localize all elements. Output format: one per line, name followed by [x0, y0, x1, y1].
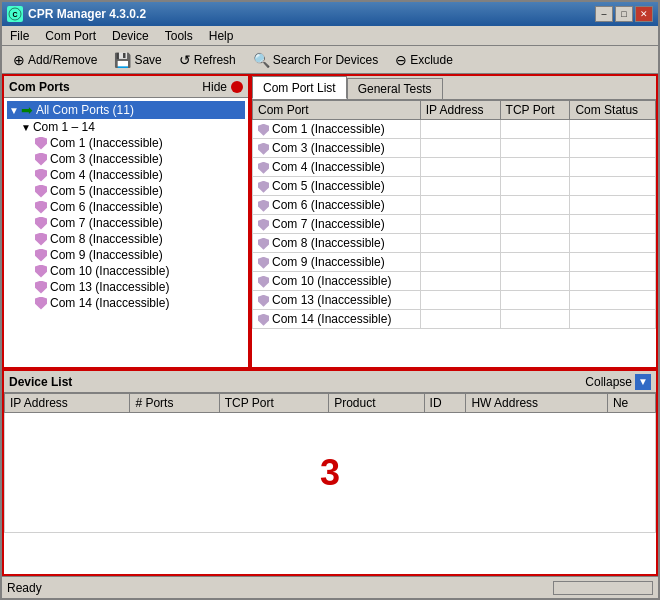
collapse-button[interactable]: Collapse ▼ — [585, 374, 651, 390]
refresh-button[interactable]: ↺ Refresh — [173, 49, 242, 71]
tree-item-label-7: Com 9 (Inaccessible) — [50, 248, 163, 262]
tree-row-item-4[interactable]: Com 6 (Inaccessible) — [7, 199, 245, 215]
shield-icon-row-5 — [258, 219, 269, 231]
top-panels: Com Ports Hide ▼ ➡ — [2, 74, 658, 369]
tree-row-item-2[interactable]: Com 4 (Inaccessible) — [7, 167, 245, 183]
menu-device[interactable]: Device — [109, 28, 152, 44]
device-table-container[interactable]: IP Address # Ports TCP Port Product ID H… — [4, 393, 656, 574]
tree-row-item-3[interactable]: Com 5 (Inaccessible) — [7, 183, 245, 199]
tree-row-item-8[interactable]: Com 10 (Inaccessible) — [7, 263, 245, 279]
exclude-button[interactable]: ⊖ Exclude — [389, 49, 459, 71]
expand-arrow-group[interactable]: ▼ — [21, 122, 31, 133]
com-port-list-panel: Com Port List General Tests Com Port IP … — [250, 74, 658, 369]
menu-tools[interactable]: Tools — [162, 28, 196, 44]
app-icon: C — [7, 6, 23, 22]
tree-row-all-com-ports[interactable]: ▼ ➡ All Com Ports (11) — [7, 101, 245, 119]
tree-row-group[interactable]: ▼ Com 1 – 14 — [7, 119, 245, 135]
shield-icon-8 — [35, 265, 47, 278]
tree-item-label-2: Com 4 (Inaccessible) — [50, 168, 163, 182]
save-icon: 💾 — [114, 52, 131, 68]
device-list-header: Device List Collapse ▼ — [4, 371, 656, 393]
tree-row-item-0[interactable]: Com 1 (Inaccessible) — [7, 135, 245, 151]
save-button[interactable]: 💾 Save — [108, 49, 167, 71]
minimize-button[interactable]: – — [595, 6, 613, 22]
shield-icon-row-1 — [258, 143, 269, 155]
main-window: C CPR Manager 4.3.0.2 – □ ✕ File Com Por… — [0, 0, 660, 600]
com-ports-header: Com Ports Hide — [4, 76, 248, 98]
tree-item-label-1: Com 3 (Inaccessible) — [50, 152, 163, 166]
table-row-6[interactable]: Com 8 (Inaccessible) — [253, 234, 656, 253]
device-empty-row: 3 — [5, 413, 656, 533]
table-cell-4-3 — [570, 196, 656, 215]
menu-file[interactable]: File — [7, 28, 32, 44]
table-row-8[interactable]: Com 10 (Inaccessible) — [253, 272, 656, 291]
title-bar: C CPR Manager 4.3.0.2 – □ ✕ — [2, 2, 658, 26]
status-progress-bar — [553, 581, 653, 595]
shield-icon-9 — [35, 281, 47, 294]
table-row-3[interactable]: Com 5 (Inaccessible) — [253, 177, 656, 196]
tree-row-item-5[interactable]: Com 7 (Inaccessible) — [7, 215, 245, 231]
table-row-2[interactable]: Com 4 (Inaccessible) — [253, 158, 656, 177]
table-cell-9-3 — [570, 291, 656, 310]
tree-row-item-6[interactable]: Com 8 (Inaccessible) — [7, 231, 245, 247]
tree-item-label-3: Com 5 (Inaccessible) — [50, 184, 163, 198]
col-com-status: Com Status — [570, 101, 656, 120]
table-cell-10-0: Com 14 (Inaccessible) — [253, 310, 421, 329]
close-button[interactable]: ✕ — [635, 6, 653, 22]
device-table: IP Address # Ports TCP Port Product ID H… — [4, 393, 656, 533]
tree-item-label-6: Com 8 (Inaccessible) — [50, 232, 163, 246]
col-id: ID — [424, 394, 466, 413]
hide-button[interactable]: Hide — [202, 80, 227, 94]
table-cell-7-1 — [420, 253, 500, 272]
title-bar-controls: – □ ✕ — [595, 6, 653, 22]
table-cell-4-2 — [500, 196, 570, 215]
col-ne: Ne — [607, 394, 655, 413]
window-title: CPR Manager 4.3.0.2 — [28, 7, 146, 21]
table-cell-9-2 — [500, 291, 570, 310]
col-tcp-port: TCP Port — [500, 101, 570, 120]
device-tbody: 3 — [5, 413, 656, 533]
maximize-button[interactable]: □ — [615, 6, 633, 22]
table-cell-5-1 — [420, 215, 500, 234]
shield-icon-1 — [35, 153, 47, 166]
table-row-10[interactable]: Com 14 (Inaccessible) — [253, 310, 656, 329]
table-row-7[interactable]: Com 9 (Inaccessible) — [253, 253, 656, 272]
table-cell-2-3 — [570, 158, 656, 177]
col-com-port: Com Port — [253, 101, 421, 120]
table-row-4[interactable]: Com 6 (Inaccessible) — [253, 196, 656, 215]
tree-item-label-5: Com 7 (Inaccessible) — [50, 216, 163, 230]
table-row-1[interactable]: Com 3 (Inaccessible) — [253, 139, 656, 158]
table-row-5[interactable]: Com 7 (Inaccessible) — [253, 215, 656, 234]
tab-general-tests[interactable]: General Tests — [347, 78, 443, 99]
search-button[interactable]: 🔍 Search For Devices — [247, 49, 384, 71]
com-port-tbody: Com 1 (Inaccessible)Com 3 (Inaccessible)… — [253, 120, 656, 329]
table-cell-6-3 — [570, 234, 656, 253]
status-text: Ready — [7, 581, 42, 595]
arrow-right-icon: ➡ — [21, 102, 33, 118]
tree-row-item-7[interactable]: Com 9 (Inaccessible) — [7, 247, 245, 263]
shield-icon-10 — [35, 297, 47, 310]
tree-row-item-9[interactable]: Com 13 (Inaccessible) — [7, 279, 245, 295]
tree-row-item-10[interactable]: Com 14 (Inaccessible) — [7, 295, 245, 311]
search-icon: 🔍 — [253, 52, 270, 68]
menu-comport[interactable]: Com Port — [42, 28, 99, 44]
add-remove-button[interactable]: ⊕ Add/Remove — [7, 49, 103, 71]
device-list-panel: Device List Collapse ▼ IP Address # Port… — [2, 369, 658, 576]
tree-row-item-1[interactable]: Com 3 (Inaccessible) — [7, 151, 245, 167]
table-cell-7-3 — [570, 253, 656, 272]
tree-container[interactable]: ▼ ➡ All Com Ports (11) ▼ Com 1 – 14 — [4, 98, 248, 367]
title-bar-left: C CPR Manager 4.3.0.2 — [7, 6, 146, 22]
table-cell-10-2 — [500, 310, 570, 329]
tab-com-port-list[interactable]: Com Port List — [252, 76, 347, 99]
shield-icon-0 — [35, 137, 47, 150]
expand-arrow-root[interactable]: ▼ — [9, 105, 19, 116]
menu-help[interactable]: Help — [206, 28, 237, 44]
refresh-icon: ↺ — [179, 52, 191, 68]
table-cell-1-0: Com 3 (Inaccessible) — [253, 139, 421, 158]
table-row-9[interactable]: Com 13 (Inaccessible) — [253, 291, 656, 310]
com-port-table-container[interactable]: Com Port IP Address TCP Port Com Status … — [252, 100, 656, 367]
com-port-table: Com Port IP Address TCP Port Com Status … — [252, 100, 656, 329]
table-row-0[interactable]: Com 1 (Inaccessible) — [253, 120, 656, 139]
shield-icon-row-8 — [258, 276, 269, 288]
table-cell-3-1 — [420, 177, 500, 196]
